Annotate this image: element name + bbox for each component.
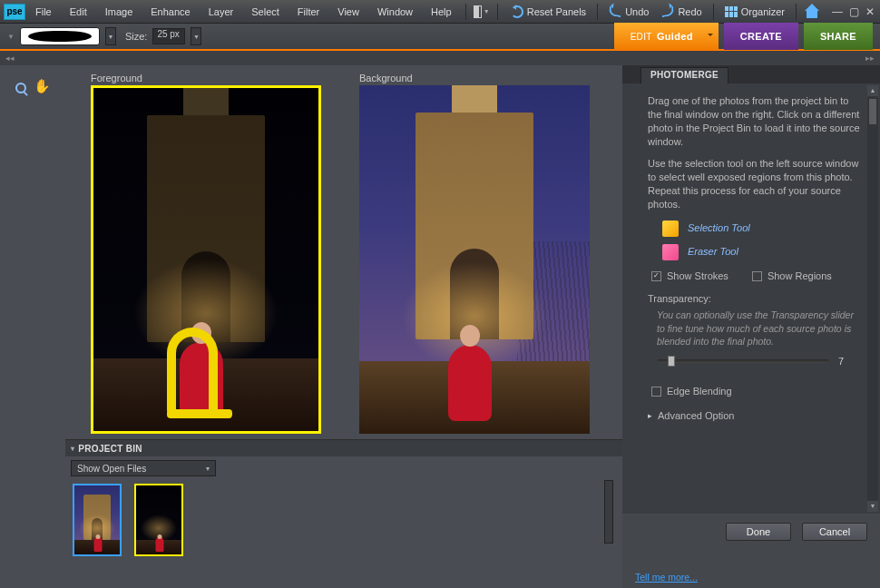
show-strokes-checkbox[interactable]: ✓ bbox=[651, 271, 661, 281]
show-strokes-label: Show Strokes bbox=[667, 270, 728, 283]
thumbnail-row bbox=[71, 484, 617, 556]
panel-tab-photomerge[interactable]: PHOTOMERGE bbox=[640, 67, 728, 83]
organizer-button[interactable]: Organizer bbox=[719, 6, 790, 17]
redo-label: Redo bbox=[678, 6, 701, 17]
scroll-up-icon[interactable]: ▲ bbox=[867, 85, 878, 96]
redo-icon bbox=[661, 5, 676, 16]
instructions-1: Drag one of the photos from the project … bbox=[648, 94, 864, 148]
show-regions-checkbox[interactable] bbox=[752, 271, 762, 281]
cancel-button[interactable]: Cancel bbox=[802, 523, 867, 541]
slider-thumb[interactable] bbox=[668, 356, 675, 367]
hand-tool[interactable]: ✋ bbox=[34, 78, 49, 93]
eraser-tool-label: Eraser Tool bbox=[688, 245, 738, 259]
menu-edit[interactable]: Edit bbox=[62, 3, 95, 21]
project-bin-header[interactable]: PROJECT BIN bbox=[65, 440, 622, 456]
right-panel: PHOTOMERGE ▲ ▼ Drag one of the photos fr… bbox=[622, 65, 880, 588]
scroll-thumb[interactable] bbox=[868, 98, 877, 125]
reset-panels-button[interactable]: Reset Panels bbox=[505, 5, 592, 18]
grid-icon bbox=[725, 6, 738, 17]
size-input[interactable]: 25 px bbox=[152, 28, 185, 44]
separator bbox=[713, 4, 714, 20]
chevron-down-icon[interactable]: ▼ bbox=[7, 33, 15, 41]
separator bbox=[796, 4, 797, 20]
separator bbox=[597, 4, 598, 20]
transparency-slider-row: 7 bbox=[657, 355, 864, 368]
menu-window[interactable]: Window bbox=[369, 3, 421, 21]
instructions-2: Use the selection tool on the left sourc… bbox=[648, 157, 864, 211]
thin-nav-bar: ◂◂ ▸▸ bbox=[0, 51, 880, 65]
eraser-tool-row[interactable]: Eraser Tool bbox=[662, 244, 864, 260]
tell-me-more-link[interactable]: Tell me more... bbox=[635, 572, 698, 583]
mode-create[interactable]: CREATE bbox=[724, 23, 798, 50]
scroll-down-icon[interactable]: ▼ bbox=[867, 501, 878, 512]
transparency-hint: You can optionally use the Transparency … bbox=[657, 309, 864, 348]
edge-blending-row: Edge Blending bbox=[651, 385, 864, 398]
project-bin: PROJECT BIN Show Open Files bbox=[65, 439, 622, 564]
close-button[interactable]: ✕ bbox=[864, 5, 876, 18]
options-bar: ▼ ▼ Size: 25 px ▼ EDIT Guided CREATE SHA… bbox=[0, 24, 880, 51]
separator bbox=[497, 4, 498, 20]
mode-edit-guided[interactable]: EDIT Guided bbox=[614, 23, 719, 50]
menu-enhance[interactable]: Enhance bbox=[142, 3, 198, 21]
selection-stroke bbox=[167, 328, 232, 418]
mode-share[interactable]: SHARE bbox=[804, 23, 873, 50]
brush-dropdown[interactable]: ▼ bbox=[105, 27, 116, 45]
edge-blending-checkbox[interactable] bbox=[651, 387, 661, 397]
undo-button[interactable]: Undo bbox=[603, 6, 654, 17]
panel-body: ▲ ▼ Drag one of the photos from the proj… bbox=[622, 83, 880, 514]
menu-view[interactable]: View bbox=[329, 3, 367, 21]
menu-layer[interactable]: Layer bbox=[200, 3, 242, 21]
menu-bar: pse File Edit Image Enhance Layer Select… bbox=[0, 0, 880, 24]
project-bin-body: Show Open Files bbox=[65, 456, 622, 564]
panel-scrollbar[interactable]: ▲ ▼ bbox=[867, 85, 878, 512]
thumbnail-1[interactable] bbox=[73, 484, 122, 556]
edge-blending-label: Edge Blending bbox=[667, 385, 732, 398]
menu-help[interactable]: Help bbox=[423, 3, 460, 21]
undo-label: Undo bbox=[625, 6, 649, 17]
transparency-slider[interactable] bbox=[657, 359, 829, 363]
nav-next[interactable]: ▸▸ bbox=[865, 54, 875, 63]
bin-scrollbar[interactable] bbox=[604, 480, 613, 544]
selection-tool-row[interactable]: Selection Tool bbox=[662, 220, 864, 237]
home-button[interactable] bbox=[802, 3, 822, 21]
app-logo: pse bbox=[4, 4, 25, 20]
minimize-button[interactable]: — bbox=[831, 5, 844, 18]
organizer-label: Organizer bbox=[741, 6, 785, 17]
home-icon bbox=[805, 5, 819, 18]
panel-tab-row: PHOTOMERGE bbox=[622, 65, 880, 83]
background-label: Background bbox=[359, 73, 590, 83]
main-area: ✋ Foreground Background bbox=[0, 65, 880, 588]
menu-filter[interactable]: Filter bbox=[289, 3, 328, 21]
advanced-option-row[interactable]: Advanced Option bbox=[648, 409, 864, 423]
mode-guided-prefix: EDIT bbox=[631, 32, 652, 42]
menu-file[interactable]: File bbox=[27, 3, 60, 21]
zoom-tool[interactable] bbox=[11, 78, 31, 98]
project-bin-filter[interactable]: Show Open Files bbox=[71, 460, 216, 476]
thumbnail-2[interactable] bbox=[134, 484, 183, 556]
maximize-button[interactable]: ▢ bbox=[847, 5, 860, 18]
reset-panels-label: Reset Panels bbox=[527, 6, 586, 17]
workspace: Foreground Background bbox=[65, 65, 622, 588]
selection-tool-label: Selection Tool bbox=[688, 221, 750, 235]
undo-icon bbox=[608, 5, 622, 16]
eraser-icon bbox=[662, 244, 679, 260]
background-canvas[interactable] bbox=[359, 85, 590, 434]
brush-preview[interactable] bbox=[20, 27, 100, 45]
redo-button[interactable]: Redo bbox=[656, 6, 707, 17]
size-label: Size: bbox=[125, 31, 147, 42]
tool-strip: ✋ bbox=[0, 65, 65, 588]
layout-icon bbox=[474, 5, 482, 18]
menu-select[interactable]: Select bbox=[243, 3, 288, 21]
layout-switcher[interactable]: ▼ bbox=[472, 3, 492, 21]
foreground-canvas[interactable] bbox=[91, 85, 321, 434]
size-dropdown[interactable]: ▼ bbox=[191, 27, 201, 45]
nav-prev[interactable]: ◂◂ bbox=[5, 54, 15, 63]
transparency-value: 7 bbox=[838, 355, 844, 368]
show-regions-label: Show Regions bbox=[768, 270, 832, 283]
menu-image[interactable]: Image bbox=[97, 3, 142, 21]
foreground-column: Foreground bbox=[91, 73, 321, 432]
zoom-icon bbox=[15, 83, 26, 93]
window-controls: — ▢ ✕ bbox=[831, 5, 876, 18]
done-button[interactable]: Done bbox=[726, 523, 791, 541]
advanced-option-label: Advanced Option bbox=[658, 409, 734, 423]
